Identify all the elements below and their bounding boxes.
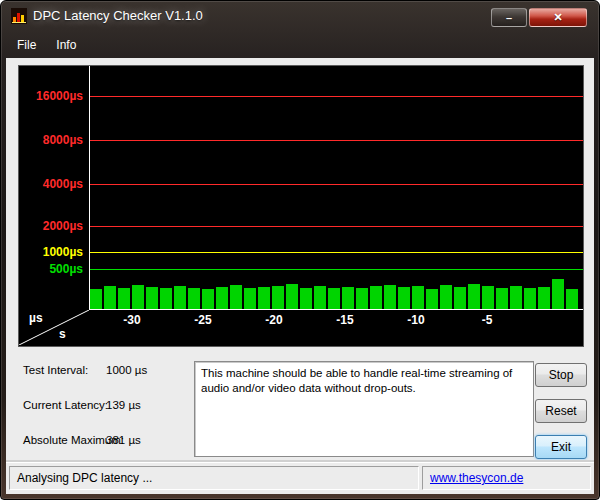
reset-button[interactable]: Reset bbox=[535, 399, 587, 423]
exit-button[interactable]: Exit bbox=[535, 435, 587, 459]
stat-label: Current Latency: bbox=[23, 399, 108, 411]
latency-bar bbox=[202, 289, 214, 309]
x-axis-line bbox=[89, 309, 583, 310]
latency-bar bbox=[300, 288, 312, 309]
close-button[interactable]: ✕ bbox=[529, 8, 587, 27]
app-icon bbox=[11, 8, 27, 24]
latency-bar bbox=[328, 288, 340, 309]
status-link-pane: www.thesycon.de bbox=[422, 466, 591, 490]
latency-bar bbox=[356, 288, 368, 309]
y-axis-label-500: 500µs bbox=[19, 261, 83, 277]
menubar: File Info bbox=[7, 31, 593, 58]
latency-bar bbox=[286, 284, 298, 309]
y-axis-label-16000: 16000µs bbox=[19, 88, 83, 104]
latency-bar bbox=[384, 285, 396, 309]
latency-bar bbox=[524, 288, 536, 309]
gridline-8000 bbox=[90, 140, 583, 141]
latency-bar bbox=[566, 289, 578, 309]
y-axis-label-2000: 2000µs bbox=[19, 218, 83, 234]
message-box: This machine should be able to handle re… bbox=[194, 361, 534, 457]
stat-row: Test Interval:1000 µs bbox=[23, 364, 193, 378]
x-tick--10: -10 bbox=[407, 313, 424, 327]
latency-bar bbox=[216, 287, 228, 309]
stat-row: Current Latency:139 µs bbox=[23, 399, 193, 413]
window-title: DPC Latency Checker V1.1.0 bbox=[33, 1, 203, 31]
thesycon-link[interactable]: www.thesycon.de bbox=[430, 471, 523, 485]
statusbar: Analysing DPC latency ... www.thesycon.d… bbox=[6, 462, 594, 494]
titlebar[interactable]: DPC Latency Checker V1.1.0 – ✕ bbox=[1, 1, 599, 31]
latency-bar bbox=[132, 285, 144, 309]
latency-bar bbox=[412, 286, 424, 309]
latency-bar bbox=[552, 279, 564, 309]
latency-bar bbox=[426, 289, 438, 309]
latency-bar bbox=[440, 285, 452, 309]
close-icon: ✕ bbox=[553, 11, 562, 24]
latency-chart: 16000µs8000µs4000µs2000µs1000µs500µs -30… bbox=[18, 65, 584, 347]
status-text: Analysing DPC latency ... bbox=[17, 471, 152, 485]
stat-label: Test Interval: bbox=[23, 364, 88, 376]
latency-bar bbox=[468, 284, 480, 309]
y-axis-label-1000: 1000µs bbox=[19, 244, 83, 260]
stop-button[interactable]: Stop bbox=[535, 363, 587, 387]
axis-units-corner: µs s bbox=[19, 310, 89, 345]
latency-bar bbox=[314, 286, 326, 309]
x-tick--5: -5 bbox=[482, 313, 493, 327]
stats-panel: Test Interval:1000 µsCurrent Latency:139… bbox=[23, 364, 193, 469]
stat-value: 139 µs bbox=[106, 399, 141, 411]
y-unit-label: µs bbox=[29, 311, 43, 325]
latency-bar bbox=[272, 286, 284, 309]
latency-bar bbox=[482, 286, 494, 309]
stat-value: 381 µs bbox=[106, 434, 141, 446]
x-tick--15: -15 bbox=[336, 313, 353, 327]
stat-row: Absolute Maximum:381 µs bbox=[23, 434, 193, 448]
latency-bar bbox=[90, 289, 102, 309]
x-tick--30: -30 bbox=[123, 313, 140, 327]
gridline-4000 bbox=[90, 184, 583, 185]
latency-bar bbox=[174, 286, 186, 309]
gridline-500 bbox=[90, 269, 583, 270]
status-text-pane: Analysing DPC latency ... bbox=[9, 466, 419, 490]
latency-bar bbox=[370, 286, 382, 309]
y-axis-line bbox=[89, 66, 90, 310]
latency-bar bbox=[118, 288, 130, 309]
latency-bar bbox=[496, 288, 508, 309]
latency-bar bbox=[454, 287, 466, 309]
gridline-1000 bbox=[90, 252, 583, 253]
latency-bar bbox=[188, 288, 200, 309]
client-area: 16000µs8000µs4000µs2000µs1000µs500µs -30… bbox=[6, 58, 594, 494]
latency-bar bbox=[398, 287, 410, 309]
latency-bars bbox=[90, 279, 580, 309]
latency-bar bbox=[104, 286, 116, 309]
y-axis-label-8000: 8000µs bbox=[19, 132, 83, 148]
latency-bar bbox=[342, 287, 354, 309]
x-unit-label: s bbox=[59, 327, 66, 341]
action-buttons: StopResetExit bbox=[535, 363, 587, 471]
latency-bar bbox=[244, 288, 256, 309]
menu-file[interactable]: File bbox=[7, 35, 46, 55]
x-tick--20: -20 bbox=[265, 313, 282, 327]
latency-bar bbox=[230, 285, 242, 309]
gridline-2000 bbox=[90, 226, 583, 227]
latency-bar bbox=[510, 286, 522, 309]
latency-bar bbox=[538, 287, 550, 309]
stat-value: 1000 µs bbox=[106, 364, 147, 376]
x-tick--25: -25 bbox=[194, 313, 211, 327]
window-controls: – ✕ bbox=[489, 8, 587, 27]
gridline-16000 bbox=[90, 96, 583, 97]
latency-bar bbox=[160, 288, 172, 309]
menu-info[interactable]: Info bbox=[46, 35, 86, 55]
y-axis-label-4000: 4000µs bbox=[19, 176, 83, 192]
latency-bar bbox=[258, 287, 270, 309]
message-text: This machine should be able to handle re… bbox=[201, 367, 512, 394]
minimize-icon: – bbox=[506, 12, 512, 24]
minimize-button[interactable]: – bbox=[491, 8, 527, 27]
app-window: DPC Latency Checker V1.1.0 – ✕ File Info… bbox=[0, 0, 600, 500]
latency-bar bbox=[146, 287, 158, 309]
